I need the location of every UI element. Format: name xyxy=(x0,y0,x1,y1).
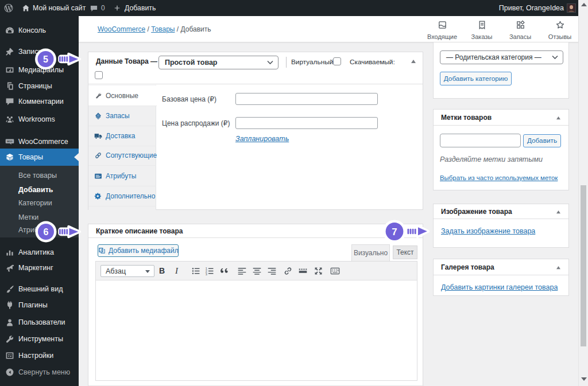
svg-text:5: 5 xyxy=(43,54,48,64)
svg-text:3: 3 xyxy=(206,272,207,276)
svg-text:7: 7 xyxy=(392,227,397,237)
svg-text:WOO: WOO xyxy=(7,141,13,143)
svg-text:6: 6 xyxy=(44,227,49,237)
